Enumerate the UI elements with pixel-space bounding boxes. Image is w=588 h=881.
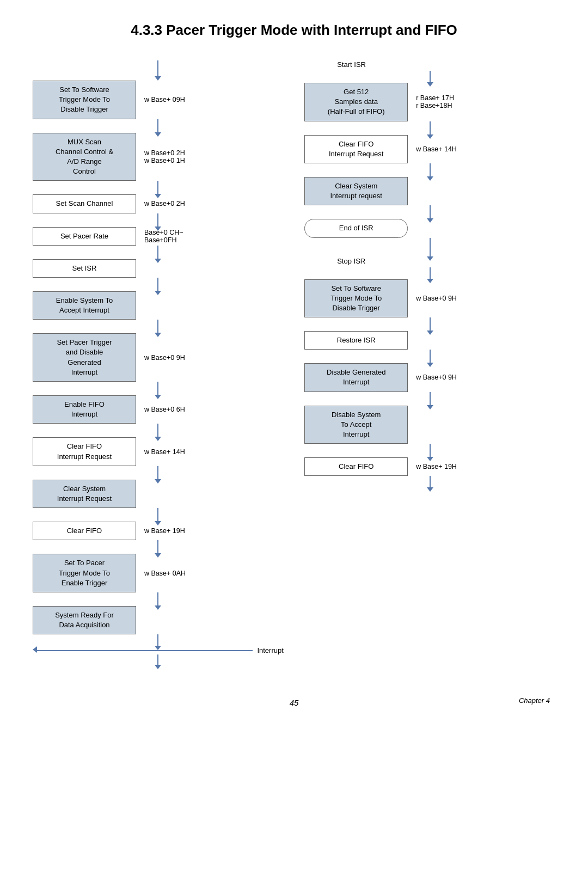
- annotation-8: w Base+ 14H: [144, 448, 185, 456]
- box-set-software-trigger-stop: Set To SoftwareTrigger Mode ToDisable Tr…: [304, 279, 408, 318]
- arrow-10: [157, 540, 158, 554]
- annotation-s4: w Base+ 19H: [416, 463, 457, 470]
- arrow-r0: [430, 121, 431, 135]
- box-get-512-samples: Get 512Samples data(Half-Full of FIFO): [304, 83, 408, 121]
- arrow-9: [157, 508, 158, 522]
- interrupt-label: Interrupt: [257, 646, 283, 654]
- flow-row-7: Enable FIFOInterrupt w Base+0 6H: [33, 395, 284, 424]
- start-isr-label: Start ISR: [337, 60, 366, 69]
- flow-row-s3: Disable SystemTo AcceptInterrupt: [304, 406, 555, 444]
- flow-row-s2: Disable GeneratedInterrupt w Base+0 9H: [304, 363, 555, 391]
- box-set-isr: Set ISR: [33, 259, 136, 278]
- box-set-pacer-rate: Set Pacer Rate: [33, 227, 136, 246]
- start-arrow-left: [157, 60, 158, 77]
- interrupt-line: [37, 650, 253, 651]
- box-clear-system-interrupt-r: Clear SystemInterrupt request: [304, 177, 408, 205]
- box-clear-fifo-interrupt: Clear FIFOInterrupt Request: [33, 437, 136, 466]
- flow-row-6: Set Pacer Triggerand DisableGeneratedInt…: [33, 333, 284, 382]
- arrow-s2: [430, 392, 431, 406]
- arrow-5: [157, 320, 158, 333]
- arrow-r1: [430, 163, 431, 177]
- box-clear-fifo: Clear FIFO: [33, 522, 136, 540]
- interrupt-arrow: Interrupt: [33, 646, 284, 654]
- arrow-r2: [430, 205, 431, 219]
- arrow-6: [157, 382, 158, 395]
- annotation-2: w Base+0 2H: [144, 200, 185, 207]
- flow-row-r2: Clear SystemInterrupt request: [304, 177, 555, 205]
- box-system-ready: System Ready ForData Acquisition: [33, 606, 136, 634]
- flow-row-11: Set To PacerTrigger Mode ToEnable Trigge…: [33, 554, 284, 592]
- arrow-s3: [430, 444, 431, 457]
- arrow-12: [157, 634, 158, 646]
- box-set-pacer-trigger-enable: Set To PacerTrigger Mode ToEnable Trigge…: [33, 554, 136, 592]
- arrow-11: [157, 592, 158, 606]
- arrow-stop-isr: [430, 267, 431, 279]
- right-column: Start ISR Get 512Samples data(Half-Full …: [304, 60, 555, 665]
- annotation-10: w Base+ 19H: [144, 527, 185, 535]
- left-column: Set To SoftwareTrigger Mode ToDisable Tr…: [33, 60, 284, 665]
- stop-isr-label: Stop ISR: [337, 257, 365, 265]
- arrow-s1: [430, 350, 431, 363]
- arrow-8: [157, 466, 158, 480]
- arrow-bottom-left: [157, 654, 158, 665]
- flow-row-12: System Ready ForData Acquisition: [33, 606, 284, 634]
- page-number: 45: [290, 698, 299, 707]
- arrow-2: [157, 213, 158, 227]
- annotation-3: Base+0 CH~Base+0FH: [144, 229, 183, 244]
- annotation-r1: w Base+ 14H: [416, 145, 457, 153]
- box-set-pacer-trigger: Set Pacer Triggerand DisableGeneratedInt…: [33, 333, 136, 382]
- box-clear-fifo-interrupt-r: Clear FIFOInterrupt Request: [304, 135, 408, 163]
- box-set-scan-channel: Set Scan Channel: [33, 194, 136, 213]
- arrow-0: [157, 119, 158, 133]
- box-clear-system-interrupt: Clear SystemInterrupt Request: [33, 480, 136, 508]
- flow-row-0: Set To SoftwareTrigger Mode ToDisable Tr…: [33, 81, 284, 119]
- annotation-0: w Base+ 09H: [144, 96, 185, 103]
- box-disable-system-interrupt: Disable SystemTo AcceptInterrupt: [304, 406, 408, 444]
- box-end-isr: End of ISR: [304, 219, 408, 237]
- annotation-s2: w Base+0 9H: [416, 374, 457, 381]
- arrow-7: [157, 424, 158, 437]
- annotation-s0: w Base+0 9H: [416, 295, 457, 302]
- box-enable-fifo-interrupt: Enable FIFOInterrupt: [33, 395, 136, 424]
- annotation-7: w Base+0 6H: [144, 406, 185, 413]
- annotation-11: w Base+ 0AH: [144, 570, 186, 577]
- box-mux-scan: MUX ScanChannel Control &A/D RangeContro…: [33, 133, 136, 181]
- diagram-container: Set To SoftwareTrigger Mode ToDisable Tr…: [33, 60, 555, 665]
- annotation-1: w Base+0 2Hw Base+0 1H: [144, 149, 185, 164]
- arrow-3: [157, 246, 158, 259]
- flow-row-s0: Set To SoftwareTrigger Mode ToDisable Tr…: [304, 279, 555, 318]
- flow-row-9: Clear SystemInterrupt Request: [33, 480, 284, 508]
- arrow-1: [157, 181, 158, 194]
- arrow-s0: [430, 317, 431, 331]
- arrow-left-icon: [33, 646, 37, 654]
- box-disable-generated-interrupt: Disable GeneratedInterrupt: [304, 363, 408, 391]
- box-clear-fifo-stop: Clear FIFO: [304, 457, 408, 476]
- flow-row-8: Clear FIFOInterrupt Request w Base+ 14H: [33, 437, 284, 466]
- arrow-4: [157, 278, 158, 291]
- annotation-r0: r Base+ 17Hr Base+18H: [416, 94, 454, 109]
- annotation-6: w Base+0 9H: [144, 354, 185, 362]
- page-title: 4.3.3 Pacer Trigger Mode with Interrupt …: [33, 22, 555, 39]
- box-restore-isr: Restore ISR: [304, 331, 408, 350]
- chapter-label: Chapter 4: [519, 696, 550, 705]
- box-enable-system-interrupt: Enable System ToAccept Interrupt: [33, 291, 136, 320]
- flow-row-r0: Get 512Samples data(Half-Full of FIFO) r…: [304, 83, 555, 121]
- flow-row-5: Enable System ToAccept Interrupt: [33, 291, 284, 320]
- flow-row-r1: Clear FIFOInterrupt Request w Base+ 14H: [304, 135, 555, 163]
- arrow-start-isr: [430, 71, 431, 83]
- arrow-r3: [430, 238, 431, 257]
- flow-row-1: MUX ScanChannel Control &A/D RangeContro…: [33, 133, 284, 181]
- box-set-software-trigger: Set To SoftwareTrigger Mode ToDisable Tr…: [33, 81, 136, 119]
- arrow-s4: [430, 476, 431, 488]
